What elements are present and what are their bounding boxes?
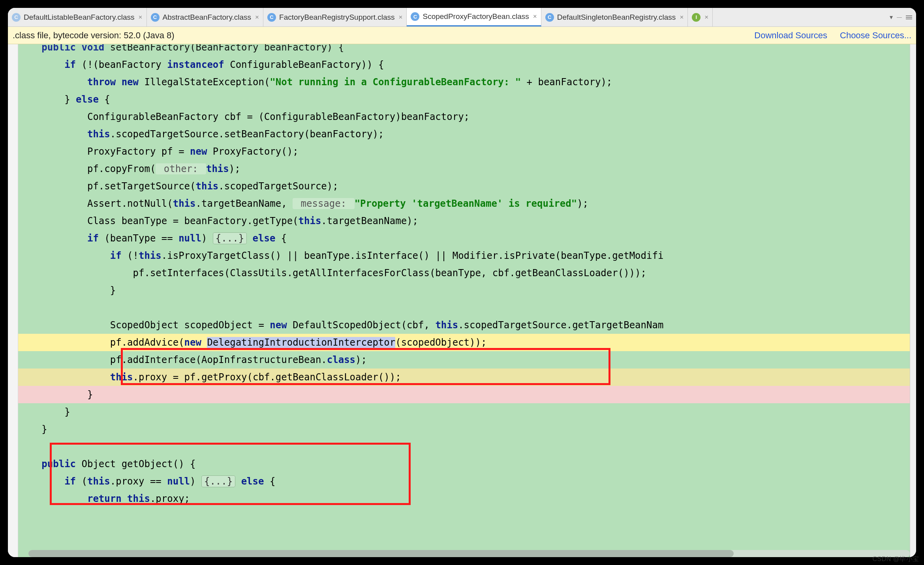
- code-line: return this.proxy;: [18, 490, 910, 507]
- code-line: if (beanType == null) {...} else {: [18, 230, 910, 247]
- choose-sources-link[interactable]: Choose Sources...: [840, 30, 911, 41]
- code-line: if (!(beanFactory instanceof Configurabl…: [18, 56, 910, 73]
- close-icon[interactable]: ×: [139, 13, 143, 21]
- tabs-right-controls: ▾ —: [886, 8, 916, 26]
- code-line: }: [18, 403, 910, 421]
- code-line: ConfigurableBeanFactory cbf = (Configura…: [18, 108, 910, 125]
- code-line: }: [18, 282, 910, 299]
- tab-label: DefaultSingletonBeanRegistry.class: [557, 13, 676, 22]
- horizontal-scrollbar[interactable]: [28, 550, 910, 557]
- close-icon[interactable]: ×: [399, 13, 403, 21]
- code-line: [18, 299, 910, 316]
- code-line: [18, 438, 910, 455]
- class-file-icon: C: [411, 12, 419, 21]
- ide-window: CDefaultListableBeanFactory.class×CAbstr…: [8, 8, 916, 557]
- file-tab-0[interactable]: CDefaultListableBeanFactory.class×: [8, 8, 147, 26]
- file-tab-2[interactable]: CFactoryBeanRegistrySupport.class×: [263, 8, 407, 26]
- file-tab-4[interactable]: CDefaultSingletonBeanRegistry.class×: [541, 8, 688, 26]
- code-line: if (this.proxy == null) {...} else {: [18, 473, 910, 490]
- class-file-icon: C: [12, 13, 21, 22]
- class-file-icon: I: [692, 13, 701, 22]
- code-line: pf.setTargetSource(this.scopedTargetSour…: [18, 178, 910, 195]
- tab-label: ScopedProxyFactoryBean.class: [423, 12, 529, 21]
- close-icon[interactable]: ×: [533, 13, 537, 21]
- code-line: pf.addAdvice(new DelegatingIntroductionI…: [18, 334, 910, 351]
- code-line: pf.copyFrom( other: this);: [18, 160, 910, 178]
- tab-label: AbstractBeanFactory.class: [163, 13, 252, 22]
- scroll-strip[interactable]: [910, 44, 916, 557]
- code-line: Class beanType = beanFactory.getType(thi…: [18, 212, 910, 230]
- code-line: pf.setInterfaces(ClassUtils.getAllInterf…: [18, 264, 910, 282]
- code-line: public Object getObject() {: [18, 455, 910, 473]
- tab-bar: CDefaultListableBeanFactory.class×CAbstr…: [8, 8, 916, 27]
- code-editor[interactable]: public void setBeanFactory(BeanFactory b…: [18, 44, 910, 557]
- download-sources-link[interactable]: Download Sources: [754, 30, 827, 41]
- dash-icon[interactable]: —: [897, 14, 902, 20]
- gutter: [8, 44, 18, 557]
- class-file-icon: C: [545, 13, 554, 22]
- code-line: public void setBeanFactory(BeanFactory b…: [18, 44, 910, 56]
- code-line: throw new IllegalStateException("Not run…: [18, 73, 910, 91]
- code-line: this.proxy = pf.getProxy(cbf.getBeanClas…: [18, 369, 910, 386]
- code-line: }: [18, 421, 910, 438]
- code-line: } else {: [18, 91, 910, 108]
- code-line: Assert.notNull(this.targetBeanName, mess…: [18, 195, 910, 212]
- class-file-icon: C: [151, 13, 160, 22]
- code-line: ScopedObject scopedObject = new DefaultS…: [18, 316, 910, 334]
- menu-icon[interactable]: [906, 15, 912, 19]
- editor-area: public void setBeanFactory(BeanFactory b…: [8, 44, 916, 557]
- tab-label: FactoryBeanRegistrySupport.class: [279, 13, 395, 22]
- code-line: this.scopedTargetSource.setBeanFactory(b…: [18, 125, 910, 143]
- chevron-down-icon[interactable]: ▾: [890, 13, 893, 21]
- bytecode-status: .class file, bytecode version: 52.0 (Jav…: [13, 30, 175, 41]
- file-tab-1[interactable]: CAbstractBeanFactory.class×: [147, 8, 264, 26]
- code-line: if (!this.isProxyTargetClass() || beanTy…: [18, 247, 910, 264]
- close-icon[interactable]: ×: [704, 13, 708, 21]
- class-file-icon: C: [267, 13, 276, 22]
- horizontal-scroll-thumb[interactable]: [28, 550, 734, 557]
- tab-label: DefaultListableBeanFactory.class: [24, 13, 135, 22]
- code-line: }: [18, 386, 910, 403]
- close-icon[interactable]: ×: [680, 13, 684, 21]
- notification-bar: .class file, bytecode version: 52.0 (Jav…: [8, 27, 916, 44]
- code-line: pf.addInterface(AopInfrastructureBean.cl…: [18, 351, 910, 369]
- code-line: ProxyFactory pf = new ProxyFactory();: [18, 143, 910, 160]
- file-tab-3[interactable]: CScopedProxyFactoryBean.class×: [407, 8, 541, 26]
- file-tab-5[interactable]: I×: [688, 8, 713, 26]
- close-icon[interactable]: ×: [255, 13, 259, 21]
- watermark: CSDN @毕小宝: [872, 555, 919, 563]
